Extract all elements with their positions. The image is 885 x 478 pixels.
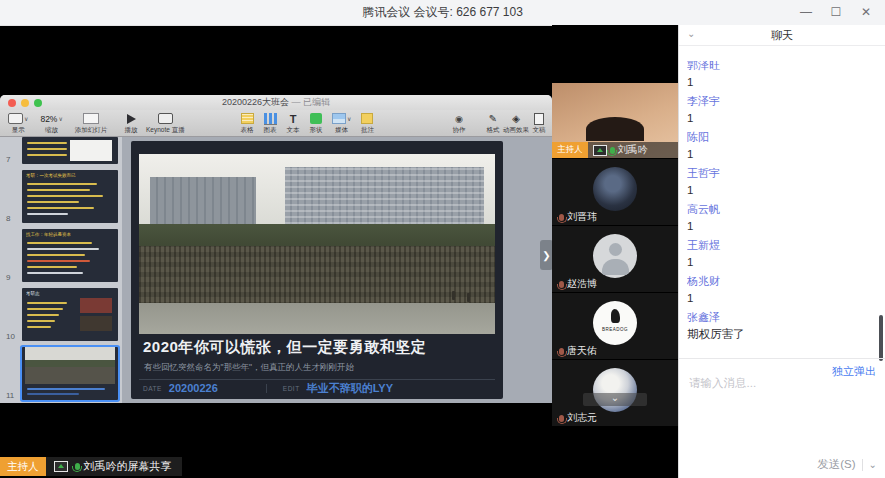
toolbar-button-label: 批注 xyxy=(361,126,374,135)
slide-thumbnail-10[interactable]: 10考研志 xyxy=(22,288,118,341)
tencent-meeting-window: 腾讯会议 会议号: 626 677 103 —☐✕ 20200226大班会 — … xyxy=(0,0,885,478)
keynote-live-button[interactable]: Keynote 直播 xyxy=(146,112,185,135)
zoom-button[interactable]: 82%∨缩放 xyxy=(40,112,62,135)
thumbnail-title: 考研：一次考试失败而已 xyxy=(26,173,76,178)
format-button[interactable]: 格式 xyxy=(486,112,500,135)
minimize-button[interactable]: — xyxy=(791,0,821,25)
share-indicator-text: 刘禹吟的屏幕共享 xyxy=(84,459,172,474)
animate-icon xyxy=(512,113,520,124)
keynote-document-title: 20200226大班会 — 已编辑 xyxy=(0,95,552,110)
chevron-down-icon[interactable]: ⌄ xyxy=(869,459,877,470)
group-photo xyxy=(139,154,495,334)
mic-icon xyxy=(559,415,564,422)
chat-input-section: 独立弹出 发送(S) ⌄ xyxy=(679,358,885,478)
thumbnail-title: 考研志 xyxy=(26,291,40,296)
thumbnail-photo-band xyxy=(25,347,115,360)
toolbar-button-label: 文稿 xyxy=(533,126,546,135)
video-tile-2[interactable]: 刘晋玮 xyxy=(552,159,678,225)
chevron-down-icon: ∨ xyxy=(58,115,62,122)
collaborate-button[interactable]: 协作 xyxy=(452,112,466,135)
media-button[interactable]: ∨媒体 xyxy=(332,112,351,135)
chat-message-text: 1 xyxy=(687,110,873,127)
toolbar-group: 协作 xyxy=(452,112,466,135)
slide-thumbnail-8[interactable]: 8考研：一次考试失败而已 xyxy=(22,170,118,223)
toolbar-button-label: 显示 xyxy=(12,126,25,135)
chat-sender: 高云帆 xyxy=(687,201,873,218)
chat-message-text: 1 xyxy=(687,254,873,271)
chat-sender: 张鑫泽 xyxy=(687,309,873,326)
slide-number: 11 xyxy=(6,391,14,400)
animate-button[interactable]: 动画效果 xyxy=(503,112,529,135)
toolbar-button-label: 格式 xyxy=(487,126,500,135)
screen-share-icon xyxy=(54,461,68,472)
comment-button[interactable]: 批注 xyxy=(360,112,374,135)
mic-icon xyxy=(559,348,564,355)
slide-subtitle: 有些回忆突然命名为"那些年"，但真正的人生才刚刚开始 xyxy=(144,362,354,374)
toolbar-group: 格式动画效果文稿 xyxy=(486,112,546,135)
text-button[interactable]: 文本 xyxy=(286,112,300,135)
collaborate-icon xyxy=(455,114,463,124)
thumbnail-line xyxy=(27,260,90,262)
thumbnail-photo xyxy=(80,316,112,331)
shape-button[interactable]: 形状 xyxy=(309,112,323,135)
document-button[interactable]: 文稿 xyxy=(532,112,546,135)
participant-label: 赵浩博 xyxy=(552,276,678,292)
slide-number: 10 xyxy=(6,332,15,341)
mic-icon xyxy=(610,147,615,154)
thumbnail-line xyxy=(27,326,51,328)
app-titlebar: 腾讯会议 会议号: 626 677 103 —☐✕ xyxy=(0,0,885,26)
chevron-down-icon: ⌄ xyxy=(611,392,619,403)
view-button[interactable]: ∨显示 xyxy=(8,112,28,135)
chat-scrollbar[interactable] xyxy=(879,315,883,361)
participant-head xyxy=(586,117,644,141)
slide-number: 7 xyxy=(6,155,10,164)
slide-thumbnail-11[interactable]: 11 xyxy=(22,347,118,400)
maximize-button[interactable]: ☐ xyxy=(821,0,851,25)
participant-label: 刘志元 xyxy=(552,410,678,426)
message-input[interactable] xyxy=(687,376,841,390)
collapse-videos-button[interactable]: ⌄ xyxy=(583,393,647,406)
chevron-down-icon: ∨ xyxy=(24,115,28,122)
slide-footer: DATE 20200226 EDIT 毕业不辞职的LYY xyxy=(139,379,495,396)
chart-button[interactable]: 图表 xyxy=(263,112,277,135)
shape-icon xyxy=(310,113,322,124)
chat-message-text: 1 xyxy=(687,218,873,235)
toolbar-button-label: 文本 xyxy=(287,126,300,135)
host-badge: 主持人 xyxy=(0,457,46,476)
add-slide-button[interactable]: 添加幻灯片 xyxy=(75,112,108,135)
participant-name: 刘晋玮 xyxy=(567,210,597,224)
video-tile-4[interactable]: BREADOG唐天佑 xyxy=(552,293,678,359)
table-button[interactable]: 表格 xyxy=(240,112,254,135)
keynote-toolbar: ∨显示82%∨缩放添加幻灯片播放Keynote 直播表格图表文本形状∨媒体批注协… xyxy=(0,110,552,137)
close-button[interactable]: ✕ xyxy=(851,0,881,25)
send-button[interactable]: 发送(S) xyxy=(817,457,855,472)
thumbnail-line xyxy=(27,248,99,250)
thumbnail-line xyxy=(27,183,97,185)
video-tile-1[interactable]: 主持人刘禹吟 xyxy=(552,83,678,158)
participant-name: 刘禹吟 xyxy=(618,143,648,157)
participant-label: 主持人刘禹吟 xyxy=(552,142,678,158)
chat-sender: 陈阳 xyxy=(687,129,873,146)
play-button[interactable]: 播放 xyxy=(124,112,138,135)
chat-sender: 李泽宇 xyxy=(687,93,873,110)
host-badge: 主持人 xyxy=(552,142,588,158)
table-icon xyxy=(241,113,254,124)
toolbar-button-label: 添加幻灯片 xyxy=(75,126,108,135)
video-tile-3[interactable]: 赵浩博 xyxy=(552,226,678,292)
view-icon xyxy=(8,113,23,124)
avatar xyxy=(593,234,637,278)
thumbnail-caption xyxy=(27,388,105,390)
thumbnail-line xyxy=(27,242,92,244)
photo-building-right xyxy=(285,167,484,230)
slide-thumbnail-9[interactable]: 9找工作：年轻就是资本 xyxy=(22,229,118,282)
current-slide: 2020年你可以慌张，但一定要勇敢和坚定 有些回忆突然命名为"那些年"，但真正的… xyxy=(131,141,503,399)
slide-thumbnail-7[interactable]: 7 xyxy=(22,137,118,164)
chat-sender: 杨兆财 xyxy=(687,273,873,290)
participant-name: 唐天佑 xyxy=(567,344,597,358)
media-icon xyxy=(332,113,346,124)
toolbar-button-label: 形状 xyxy=(310,126,323,135)
thumbnail-line xyxy=(27,302,67,304)
chart-icon xyxy=(264,113,277,125)
avatar: BREADOG xyxy=(593,301,637,345)
video-tile-5[interactable]: 刘志元⌄ xyxy=(552,360,678,426)
